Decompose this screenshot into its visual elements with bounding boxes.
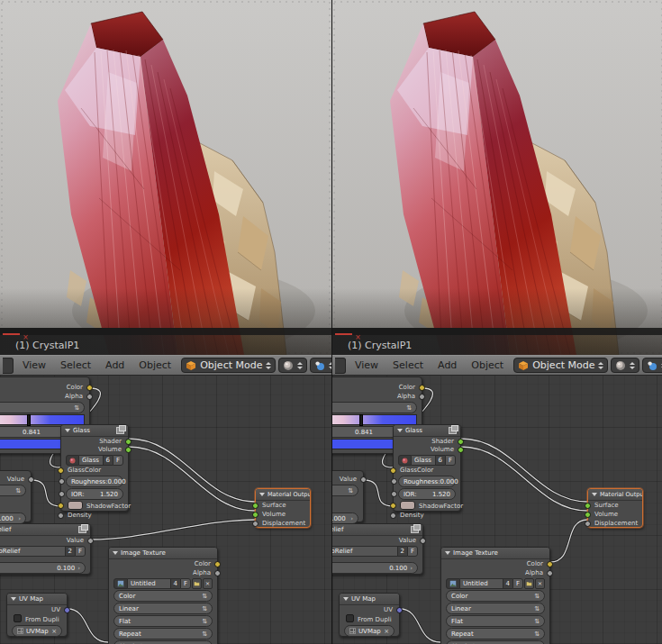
image-texture-header[interactable]: Image Texture xyxy=(109,548,217,559)
projection-dropdown[interactable]: Flat⇅ xyxy=(446,615,545,627)
material-output-header[interactable]: Material Output xyxy=(588,489,642,501)
socket-shadowfactor-in[interactable] xyxy=(58,503,64,509)
uvmap-select-dropdown[interactable]: UVMap × xyxy=(12,625,62,637)
collapse-triangle-icon[interactable] xyxy=(343,597,349,601)
socket-volume-out[interactable] xyxy=(125,447,131,453)
unlink-image-button[interactable]: × xyxy=(203,578,213,589)
socket-roughness-in[interactable] xyxy=(59,478,65,485)
menu-select[interactable]: Select xyxy=(53,359,98,371)
uvmap-header[interactable]: UV Map xyxy=(7,594,67,605)
socket-surface-in[interactable] xyxy=(252,503,258,509)
image-texture-header[interactable]: Image Texture xyxy=(441,548,549,559)
microrelief-value-slider[interactable]: ‹ 0.100 › xyxy=(331,562,418,574)
clear-uvmap-icon[interactable]: × xyxy=(51,628,57,635)
nodetree-name-field[interactable]: MicroRelief xyxy=(0,546,65,557)
nodetree-name-field[interactable]: Glass xyxy=(412,455,435,466)
socket-value-out[interactable] xyxy=(360,476,367,483)
socket-density-in[interactable] xyxy=(58,512,64,519)
mode-dropdown[interactable]: Object Mode xyxy=(181,358,276,373)
node-image-texture[interactable]: Image Texture Color Alpha Untitled 4 F xyxy=(440,547,550,644)
color-space-dropdown[interactable]: Color⇅ xyxy=(446,590,545,602)
nodetree-browse-button[interactable] xyxy=(66,455,79,466)
pivot-dropdown[interactable] xyxy=(642,358,662,373)
collapse-triangle-icon[interactable] xyxy=(592,493,597,496)
extension-dropdown[interactable]: Repeat⇅ xyxy=(446,628,545,639)
socket-ior-in[interactable] xyxy=(59,491,65,497)
collapse-triangle-icon[interactable] xyxy=(65,429,70,432)
users-count-button[interactable]: 6 xyxy=(103,455,113,466)
collapse-triangle-icon[interactable] xyxy=(113,551,118,555)
node-value[interactable]: Value ⇅ ‹ 12.000 › xyxy=(0,470,32,522)
collapse-triangle-icon[interactable] xyxy=(397,429,403,432)
node-glass-group[interactable]: Glass Shader Volume Glass 6 F GlassColor xyxy=(393,424,461,512)
value-operation-dropdown[interactable]: ⇅ xyxy=(331,485,358,496)
socket-shadowfactor-in[interactable] xyxy=(390,503,396,509)
glass-ior-slider[interactable]: IOR:1.520 xyxy=(66,488,123,500)
shading-dropdown[interactable] xyxy=(278,358,307,373)
users-count-button[interactable]: 4 xyxy=(503,578,512,589)
node-uv-map[interactable]: UV Map UV From Dupli UVMap × xyxy=(6,593,68,637)
open-image-button[interactable] xyxy=(192,578,202,589)
node-editor[interactable]: Color Alpha Ease⇅ ‹ 0.841 › Value xyxy=(332,376,662,644)
node-glass-group[interactable]: Glass Shader Volume Glass 6 F GlassColor xyxy=(60,424,129,512)
fake-user-button[interactable]: F xyxy=(113,455,123,466)
node-uv-map[interactable]: UV Map UV From Dupli UVMap × xyxy=(339,593,400,637)
collapse-triangle-icon[interactable] xyxy=(11,597,16,601)
socket-surface-in[interactable] xyxy=(585,503,591,509)
socket-color-out[interactable] xyxy=(214,561,221,567)
socket-value-out[interactable] xyxy=(28,476,34,483)
fake-user-button[interactable]: F xyxy=(180,578,191,589)
source-dropdown[interactable]: Single Image⇅ xyxy=(446,640,545,644)
shading-dropdown[interactable] xyxy=(611,358,639,373)
microrelief-datablock[interactable]: MicroRelief 2 F xyxy=(331,546,418,557)
node-editor[interactable]: Color Alpha Ease⇅ ‹ 0.841 › Value xyxy=(0,376,331,644)
socket-displacement-in[interactable] xyxy=(252,521,258,527)
interpolation-dropdown[interactable]: Linear⇅ xyxy=(113,603,213,614)
users-count-button[interactable]: 4 xyxy=(170,578,180,589)
viewport-3d[interactable]: × (1) CrystalP1 xyxy=(332,0,662,355)
colorramp-interpolation-dropdown[interactable]: Ease⇅ xyxy=(0,402,85,413)
menu-view[interactable]: View xyxy=(348,359,385,371)
socket-density-in[interactable] xyxy=(390,512,396,519)
increment-arrow-icon[interactable]: › xyxy=(77,565,80,572)
socket-value-out[interactable] xyxy=(420,538,426,544)
unlink-image-button[interactable]: × xyxy=(535,578,545,589)
menu-view[interactable]: View xyxy=(15,359,53,371)
fake-user-button[interactable]: F xyxy=(407,546,418,557)
socket-shader-out[interactable] xyxy=(125,439,131,445)
menu-add[interactable]: Add xyxy=(431,359,464,371)
socket-glasscolor-in[interactable] xyxy=(390,467,396,474)
microrelief-datablock[interactable]: MicroRelief 2 F xyxy=(0,546,86,557)
image-datablock[interactable]: Untitled 4 F × xyxy=(113,578,213,589)
image-name-field[interactable]: Untitled xyxy=(460,578,503,589)
users-count-button[interactable]: 2 xyxy=(65,546,75,557)
nodetree-browse-button[interactable] xyxy=(398,455,412,466)
socket-uv-out[interactable] xyxy=(396,607,403,613)
glass-node-header[interactable]: Glass xyxy=(394,425,460,437)
socket-shader-out[interactable] xyxy=(458,439,464,445)
menu-add[interactable]: Add xyxy=(98,359,131,371)
colorramp-interpolation-dropdown[interactable]: Ease⇅ xyxy=(331,402,417,413)
pivot-dropdown[interactable] xyxy=(310,358,331,373)
fake-user-button[interactable]: F xyxy=(445,455,456,466)
ramp-handle-selected[interactable] xyxy=(359,414,363,426)
increment-arrow-icon[interactable]: › xyxy=(18,515,21,522)
editor-type-button[interactable] xyxy=(3,358,14,374)
node-microrelief-group[interactable]: MicroRelief Value MicroRelief 2 F ‹ 0.10… xyxy=(0,523,91,575)
socket-alpha-out[interactable] xyxy=(214,570,221,576)
users-count-button[interactable]: 6 xyxy=(435,455,445,466)
glass-roughness-slider[interactable]: Roughness:0.000 xyxy=(66,476,123,487)
node-value[interactable]: Value ⇅ ‹ 12.000 › xyxy=(331,470,364,522)
nodetree-name-field[interactable]: Glass xyxy=(79,455,103,466)
socket-volume-out[interactable] xyxy=(458,447,464,453)
node-image-texture[interactable]: Image Texture Color Alpha Untitled 4 F xyxy=(108,547,218,644)
socket-roughness-in[interactable] xyxy=(391,478,397,485)
microrelief-value-slider[interactable]: ‹ 0.100 › xyxy=(0,562,86,574)
node-material-output[interactable]: Material Output Surface Volume Displacem… xyxy=(255,488,311,528)
node-material-output[interactable]: Material Output Surface Volume Displacem… xyxy=(587,488,643,528)
nodetree-name-field[interactable]: MicroRelief xyxy=(331,546,397,557)
socket-color-out[interactable] xyxy=(419,385,425,391)
uvmap-header[interactable]: UV Map xyxy=(340,594,399,605)
image-name-field[interactable]: Untitled xyxy=(128,578,170,589)
microrelief-header[interactable]: MicroRelief xyxy=(331,524,422,536)
